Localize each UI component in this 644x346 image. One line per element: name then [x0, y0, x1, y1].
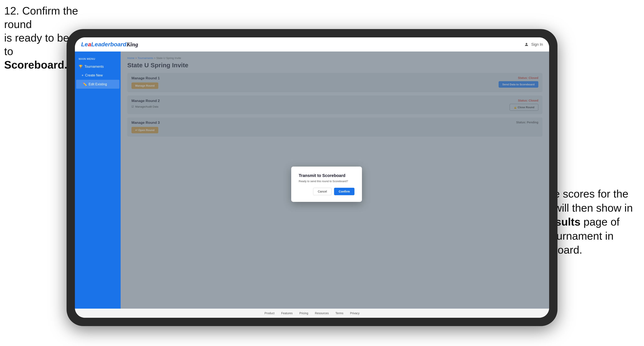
tablet-frame: LeaLeaderboardKing Sign In MAIN MENU 🏆 T…	[66, 29, 558, 326]
signin-area[interactable]: Sign In	[524, 42, 543, 47]
modal-confirm-button[interactable]: Confirm	[334, 188, 354, 195]
sidebar-item-create-new[interactable]: + Create New	[75, 71, 121, 80]
logo: LeaLeaderboardKing	[81, 41, 138, 48]
page-footer: Product Features Pricing Resources Terms…	[75, 309, 549, 318]
logo-part3: King	[126, 41, 138, 48]
footer-product[interactable]: Product	[264, 312, 274, 315]
tablet-screen: LeaLeaderboardKing Sign In MAIN MENU 🏆 T…	[75, 37, 549, 318]
sidebar-edit-label: Edit Existing	[88, 82, 107, 86]
sidebar-item-tournaments[interactable]: 🏆 Tournaments	[75, 62, 121, 71]
instruction-line1: 12. Confirm the round	[4, 5, 78, 30]
sidebar: MAIN MENU 🏆 Tournaments + Create New ✏️ …	[75, 51, 121, 309]
sidebar-item-edit-existing[interactable]: ✏️ Edit Existing	[76, 80, 120, 89]
logo-area: LeaLeaderboardKing	[81, 41, 138, 48]
trophy-icon: 🏆	[79, 65, 83, 69]
footer-resources[interactable]: Resources	[315, 312, 329, 315]
sidebar-create-label: Create New	[85, 74, 102, 77]
plus-icon: +	[82, 74, 84, 77]
page-content: Home > Tournaments > State U Spring Invi…	[121, 51, 549, 309]
edit-icon: ✏️	[83, 82, 87, 86]
modal-buttons: Cancel Confirm	[299, 188, 354, 195]
modal-overlay: Transmit to Scoreboard Ready to send thi…	[121, 51, 549, 309]
svg-point-2	[526, 43, 527, 44]
sidebar-tournaments-label: Tournaments	[84, 65, 104, 69]
logo-part2: Leaderboard	[91, 41, 126, 48]
modal-box: Transmit to Scoreboard Ready to send thi…	[291, 167, 362, 202]
main-content: MAIN MENU 🏆 Tournaments + Create New ✏️ …	[75, 51, 549, 309]
top-bar: LeaLeaderboardKing Sign In	[75, 37, 549, 51]
footer-features[interactable]: Features	[281, 312, 293, 315]
modal-title: Transmit to Scoreboard	[299, 173, 354, 178]
sidebar-menu-label: MAIN MENU	[75, 56, 121, 62]
footer-terms[interactable]: Terms	[336, 312, 344, 315]
instruction-bold: Scoreboard.	[4, 59, 67, 71]
modal-cancel-button[interactable]: Cancel	[313, 188, 332, 195]
user-icon	[524, 42, 529, 47]
signin-label: Sign In	[531, 42, 543, 47]
logo-part1: Le	[81, 41, 88, 48]
modal-subtitle: Ready to send this round to Scoreboard?	[299, 180, 354, 183]
footer-privacy[interactable]: Privacy	[350, 312, 360, 315]
footer-pricing[interactable]: Pricing	[299, 312, 308, 315]
logo-accent: a	[88, 41, 91, 48]
